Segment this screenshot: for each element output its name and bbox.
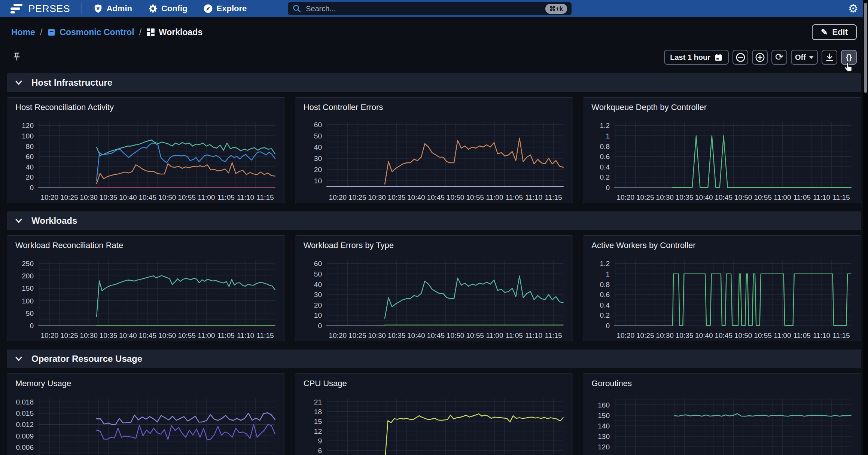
panel-title[interactable]: Goroutines bbox=[583, 374, 861, 393]
refresh-icon: ⟳ bbox=[775, 51, 783, 62]
scrollbar-thumb[interactable] bbox=[864, 3, 867, 93]
panel-title[interactable]: Workload Errors by Type bbox=[295, 236, 573, 255]
breadcrumb-separator: / bbox=[40, 27, 42, 37]
pin-icon[interactable] bbox=[11, 51, 22, 64]
line-chart[interactable]: 02040608010012010:2010:2510:3010:3510:40… bbox=[7, 117, 285, 203]
refresh-button[interactable]: ⟳ bbox=[771, 50, 787, 65]
dashboard-toolbar: Last 1 hour ⟳ Off bbox=[11, 49, 857, 65]
chevron-down-icon bbox=[15, 218, 22, 223]
svg-text:0.6: 0.6 bbox=[600, 153, 610, 161]
time-range-label: Last 1 hour bbox=[670, 53, 710, 62]
svg-text:11:00: 11:00 bbox=[198, 332, 215, 339]
dashboard-body: Host Infrastructure Host Reconciliation … bbox=[0, 73, 868, 455]
breadcrumb-home-link[interactable]: Home bbox=[11, 27, 35, 37]
zoom-out-button[interactable] bbox=[733, 50, 748, 65]
line-chart[interactable]: 00.20.40.60.811.210:2010:2510:3010:3510:… bbox=[583, 117, 861, 203]
download-button[interactable] bbox=[822, 50, 837, 65]
section-header-host-infrastructure[interactable]: Host Infrastructure bbox=[7, 73, 861, 92]
svg-text:10:55: 10:55 bbox=[466, 193, 484, 201]
search-bar[interactable]: ⌘+k bbox=[288, 2, 572, 15]
svg-text:11:05: 11:05 bbox=[217, 193, 235, 201]
refresh-interval-dropdown[interactable]: Off bbox=[791, 50, 818, 65]
settings-gear-icon[interactable]: ⚙ bbox=[848, 3, 858, 14]
svg-text:0.4: 0.4 bbox=[600, 163, 610, 171]
section-title: Host Infrastructure bbox=[31, 77, 112, 88]
nav-item-config[interactable]: Config bbox=[148, 4, 188, 13]
svg-text:110: 110 bbox=[599, 454, 610, 455]
nav-item-label: Config bbox=[161, 4, 188, 13]
svg-text:200: 200 bbox=[22, 272, 34, 280]
edit-button[interactable]: ✎ Edit bbox=[812, 24, 857, 40]
svg-text:11:10: 11:10 bbox=[525, 193, 542, 201]
calendar-icon bbox=[714, 53, 723, 62]
line-chart[interactable]: 0.0030.0060.0090.0120.0150.01810:2010:25… bbox=[7, 393, 285, 455]
panel-title[interactable]: Host Reconciliation Activity bbox=[7, 98, 285, 117]
breadcrumb-project-link[interactable]: Cosmonic Control bbox=[47, 27, 134, 37]
svg-text:130: 130 bbox=[598, 433, 610, 440]
svg-text:11:00: 11:00 bbox=[774, 332, 791, 339]
chevron-down-icon bbox=[15, 80, 22, 85]
vertical-scrollbar[interactable] bbox=[863, 0, 868, 455]
svg-text:10:55: 10:55 bbox=[754, 332, 772, 339]
svg-text:0.012: 0.012 bbox=[16, 421, 34, 428]
svg-text:0: 0 bbox=[30, 322, 34, 330]
section-header-workloads[interactable]: Workloads bbox=[7, 211, 861, 230]
shield-star-icon bbox=[93, 4, 103, 13]
archive-box-icon bbox=[47, 28, 56, 37]
line-chart[interactable]: 010203040506010:2010:2510:3010:3510:4010… bbox=[295, 255, 573, 341]
svg-text:1.2: 1.2 bbox=[600, 260, 610, 268]
json-view-button[interactable]: {} bbox=[841, 50, 857, 65]
svg-text:20: 20 bbox=[314, 166, 322, 174]
panel-title[interactable]: Workload Reconciliation Rate bbox=[7, 236, 285, 255]
svg-text:6: 6 bbox=[318, 447, 322, 455]
search-input[interactable] bbox=[306, 4, 541, 13]
svg-text:10:30: 10:30 bbox=[80, 193, 98, 201]
svg-text:11:05: 11:05 bbox=[217, 332, 235, 339]
chart-panel: Memory Usage 0.0030.0060.0090.0120.0150.… bbox=[7, 373, 285, 455]
svg-text:10:25: 10:25 bbox=[60, 193, 78, 201]
compass-icon bbox=[203, 4, 213, 13]
panel-title[interactable]: Active Workers by Controller bbox=[583, 236, 861, 255]
nav-item-label: Explore bbox=[217, 4, 247, 13]
panel-title[interactable]: CPU Usage bbox=[295, 374, 573, 393]
svg-text:10:55: 10:55 bbox=[178, 193, 196, 201]
section-header-operator-resource-usage[interactable]: Operator Resource Usage bbox=[7, 349, 861, 368]
panel-title[interactable]: Memory Usage bbox=[7, 374, 285, 393]
svg-text:50: 50 bbox=[314, 132, 322, 140]
svg-text:10:40: 10:40 bbox=[119, 193, 137, 201]
line-chart[interactable]: 3691215182110:2010:2510:3010:3510:4010:4… bbox=[295, 393, 573, 455]
svg-text:11:15: 11:15 bbox=[833, 193, 850, 201]
svg-text:10:55: 10:55 bbox=[466, 332, 484, 339]
time-range-button[interactable]: Last 1 hour bbox=[664, 50, 729, 65]
brand[interactable]: PERSES bbox=[10, 3, 70, 15]
breadcrumb: Home / Cosmonic Control / Workloads ✎ Ed… bbox=[11, 25, 857, 40]
svg-text:10:55: 10:55 bbox=[754, 193, 772, 201]
nav-item-admin[interactable]: Admin bbox=[93, 4, 132, 13]
svg-text:10:20: 10:20 bbox=[329, 193, 347, 201]
svg-text:150: 150 bbox=[22, 284, 34, 292]
svg-text:120: 120 bbox=[22, 122, 34, 129]
panel-row: Workload Reconciliation Rate 05010015020… bbox=[7, 235, 861, 341]
zoom-in-button[interactable] bbox=[752, 50, 768, 65]
svg-text:10:35: 10:35 bbox=[100, 332, 118, 339]
line-chart[interactable]: 05010015020025010:2010:2510:3010:3510:40… bbox=[7, 255, 285, 341]
breadcrumb-project-label: Cosmonic Control bbox=[60, 27, 134, 37]
line-chart[interactable]: 11012013014015016010:2010:2510:3010:3510… bbox=[583, 393, 861, 455]
svg-text:10:20: 10:20 bbox=[41, 332, 59, 339]
svg-text:11:10: 11:10 bbox=[525, 332, 542, 339]
svg-text:10:50: 10:50 bbox=[446, 193, 464, 201]
svg-text:11:15: 11:15 bbox=[256, 193, 274, 201]
svg-text:0.018: 0.018 bbox=[16, 398, 34, 406]
panel-title[interactable]: Workqueue Depth by Controller bbox=[583, 98, 861, 117]
svg-text:9: 9 bbox=[318, 437, 322, 445]
line-chart[interactable]: 00.20.40.60.811.210:2010:2510:3010:3510:… bbox=[583, 255, 861, 341]
svg-text:10:50: 10:50 bbox=[734, 193, 752, 201]
panel-title[interactable]: Host Controller Errors bbox=[295, 98, 573, 117]
svg-text:10:50: 10:50 bbox=[158, 332, 176, 339]
nav-item-explore[interactable]: Explore bbox=[203, 4, 247, 13]
svg-text:10:20: 10:20 bbox=[617, 193, 635, 201]
line-chart[interactable]: 10203040506010:2010:2510:3010:3510:4010:… bbox=[295, 117, 573, 203]
search-icon bbox=[292, 4, 301, 13]
brand-name: PERSES bbox=[28, 3, 70, 15]
svg-text:10:45: 10:45 bbox=[138, 193, 156, 201]
